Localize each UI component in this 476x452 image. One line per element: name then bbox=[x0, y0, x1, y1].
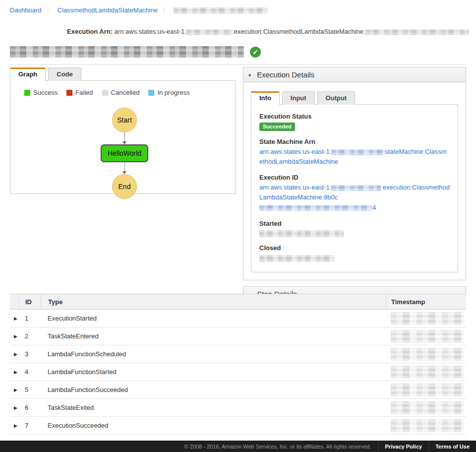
graph-tabs: Graph Code bbox=[10, 67, 236, 81]
graph-edge bbox=[122, 132, 126, 144]
started-label: Started bbox=[259, 220, 450, 227]
table-header-row: ID Type Timestamp bbox=[10, 294, 466, 310]
state-machine-arn-link[interactable]: arn:aws:states:us-east-1:stateMachine:Cl… bbox=[259, 147, 450, 167]
legend-item-inprogress: In progress bbox=[148, 89, 189, 96]
breadcrumb-link-dashboard[interactable]: Dashboard bbox=[10, 6, 42, 14]
event-id: 3 bbox=[19, 345, 41, 363]
event-id: 2 bbox=[19, 327, 41, 345]
timestamp-redacted bbox=[391, 384, 464, 396]
timestamp-column-header: Timestamp bbox=[386, 294, 466, 309]
started-redacted bbox=[259, 230, 344, 237]
graph-node-start[interactable]: Start bbox=[112, 108, 137, 132]
terms-of-use-link[interactable]: Terms of Use bbox=[428, 441, 476, 452]
account-id-redacted bbox=[331, 149, 385, 155]
collapse-triangle-icon: ▾ bbox=[248, 72, 251, 78]
graph-edge bbox=[122, 162, 126, 174]
state-machine-graph: Start HelloWorld End bbox=[97, 108, 152, 199]
graph-section: Graph Code Success Failed Cancelled In p… bbox=[10, 67, 236, 194]
tab-graph[interactable]: Graph bbox=[10, 67, 46, 81]
expand-row-icon[interactable]: ▶ bbox=[10, 334, 17, 339]
page-title: ✓ bbox=[10, 46, 476, 58]
event-type: TaskStateExited bbox=[41, 399, 386, 416]
execution-arn-prefix: arn:aws:states:us-east-1: bbox=[115, 28, 186, 35]
table-row[interactable]: ▶ 1 ExecutionStarted bbox=[10, 310, 466, 327]
success-swatch-icon bbox=[24, 90, 30, 96]
expand-row-icon[interactable]: ▶ bbox=[10, 405, 17, 410]
execution-event-history-table: ID Type Timestamp ▶ 1 ExecutionStarted ▶… bbox=[10, 294, 466, 435]
legend-item-success: Success bbox=[24, 89, 58, 96]
timestamp-redacted bbox=[391, 330, 464, 343]
graph-node-end[interactable]: End bbox=[112, 174, 137, 199]
table-row[interactable]: ▶ 6 TaskStateExited bbox=[10, 399, 466, 417]
execution-status-label: Execution Status bbox=[259, 113, 450, 120]
expand-row-icon[interactable]: ▶ bbox=[10, 352, 17, 357]
legend-label: In progress bbox=[157, 89, 189, 96]
expand-row-icon[interactable]: ▶ bbox=[10, 316, 17, 321]
breadcrumb: Dashboard〉ClassmethodLambdaStateMachine〉 bbox=[0, 0, 476, 15]
expand-column-header bbox=[10, 294, 19, 309]
breadcrumb-separator: 〉 bbox=[162, 6, 169, 14]
breadcrumb-execution-redacted bbox=[174, 7, 268, 14]
info-tab-content: Execution Status Succeeded State Machine… bbox=[251, 104, 458, 272]
event-type: TaskStateEntered bbox=[41, 327, 386, 345]
account-id-redacted bbox=[186, 29, 232, 35]
event-id: 1 bbox=[19, 310, 41, 327]
event-id: 7 bbox=[19, 417, 41, 434]
cancelled-swatch-icon bbox=[102, 90, 108, 96]
execution-id-redacted bbox=[259, 205, 372, 211]
execution-details-header[interactable]: ▾ Execution Details bbox=[243, 67, 466, 82]
execution-id-label: Execution ID bbox=[259, 174, 450, 181]
timestamp-redacted bbox=[391, 419, 464, 432]
table-row[interactable]: ▶ 4 LambdaFunctionStarted bbox=[10, 363, 466, 381]
closed-label: Closed bbox=[259, 244, 450, 252]
expand-row-icon[interactable]: ▶ bbox=[10, 370, 17, 375]
event-id: 5 bbox=[19, 381, 41, 398]
failed-swatch-icon bbox=[66, 90, 72, 96]
timestamp-redacted bbox=[391, 366, 464, 379]
event-type: ExecutionStarted bbox=[41, 310, 386, 327]
legend-item-failed: Failed bbox=[66, 89, 93, 96]
execution-arn-label: Execution Arn: bbox=[67, 28, 113, 35]
table-row[interactable]: ▶ 3 LambdaFunctionScheduled bbox=[10, 345, 466, 363]
expand-row-icon[interactable]: ▶ bbox=[10, 387, 17, 392]
graph-canvas: Success Failed Cancelled In progress Sta… bbox=[10, 80, 236, 194]
event-type: ExecutionSucceeded bbox=[41, 417, 386, 434]
execution-id-link[interactable]: arn:aws:states:us-east-1::execution:Clas… bbox=[259, 183, 450, 212]
footer: © 2008 - 2016, Amazon Web Services, Inc.… bbox=[0, 441, 476, 452]
timestamp-redacted bbox=[391, 348, 464, 361]
graph-node-helloworld[interactable]: HelloWorld bbox=[101, 144, 148, 162]
table-row[interactable]: ▶ 7 ExecutionSucceeded bbox=[10, 417, 466, 435]
state-machine-arn-label: State Machine Arn bbox=[259, 138, 450, 145]
legend-item-cancelled: Cancelled bbox=[102, 89, 140, 96]
divider bbox=[10, 65, 466, 65]
closed-value bbox=[259, 254, 450, 262]
event-type: LambdaFunctionStarted bbox=[41, 363, 386, 381]
event-type: LambdaFunctionSucceeded bbox=[41, 381, 386, 398]
event-type: LambdaFunctionScheduled bbox=[41, 345, 386, 363]
timestamp-redacted bbox=[391, 312, 464, 325]
inprogress-swatch-icon bbox=[148, 90, 154, 96]
execution-details-section: ▾ Execution Details Info Input Output Ex… bbox=[243, 67, 466, 302]
tab-output[interactable]: Output bbox=[317, 91, 356, 105]
table-row[interactable]: ▶ 5 LambdaFunctionSucceeded bbox=[10, 381, 466, 399]
status-badge: Succeeded bbox=[259, 123, 295, 131]
expand-row-icon[interactable]: ▶ bbox=[10, 423, 17, 428]
execution-details-title: Execution Details bbox=[257, 70, 314, 79]
tab-info[interactable]: Info bbox=[251, 91, 280, 105]
graph-legend: Success Failed Cancelled In progress bbox=[24, 89, 236, 96]
account-id-redacted bbox=[331, 185, 381, 191]
privacy-policy-link[interactable]: Privacy Policy bbox=[378, 441, 429, 452]
page-title-redacted bbox=[10, 46, 244, 58]
legend-label: Failed bbox=[75, 89, 93, 96]
copyright-text: © 2008 - 2016, Amazon Web Services, Inc.… bbox=[184, 444, 378, 450]
event-id: 4 bbox=[19, 363, 41, 381]
table-row[interactable]: ▶ 2 TaskStateEntered bbox=[10, 327, 466, 345]
legend-label: Success bbox=[33, 89, 58, 96]
event-id: 6 bbox=[19, 399, 41, 416]
breadcrumb-separator: 〉 bbox=[46, 6, 53, 14]
breadcrumb-link-statemachine[interactable]: ClassmethodLambdaStateMachine bbox=[58, 6, 158, 14]
tab-input[interactable]: Input bbox=[282, 91, 315, 105]
details-tabs: Info Input Output bbox=[251, 91, 458, 105]
tab-code[interactable]: Code bbox=[48, 67, 81, 81]
id-column-header: ID bbox=[19, 294, 41, 309]
